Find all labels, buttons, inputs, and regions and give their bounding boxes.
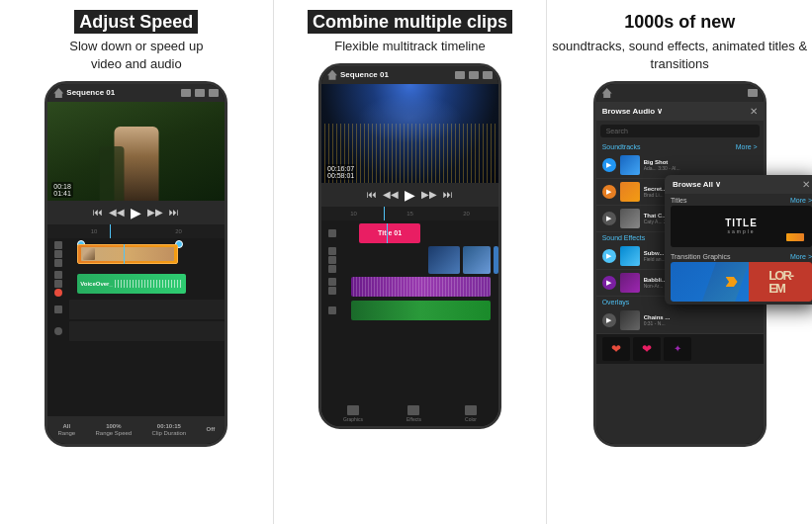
play-subw[interactable]: ▶ xyxy=(602,249,616,263)
undo-icon[interactable] xyxy=(181,89,191,97)
mic-icon[interactable] xyxy=(54,327,62,335)
timeline-tracks-1[interactable]: VoiceOver_ xyxy=(47,238,225,416)
broll-clip-1[interactable] xyxy=(428,246,459,274)
seq-name-2: Sequence 01 xyxy=(340,70,389,79)
color-nav[interactable]: Color xyxy=(465,405,477,422)
transition-section-header: Transition Graphics More > xyxy=(671,253,812,260)
title-track-content[interactable]: Title 01 xyxy=(343,223,498,243)
broll-clip-3[interactable] xyxy=(494,246,498,274)
browse-audio-header: Browse Audio ∨ ✕ xyxy=(596,102,764,121)
audio-clip-label: VoiceOver_ xyxy=(80,281,113,287)
prev-frame-btn[interactable]: ◀◀ xyxy=(109,207,125,218)
play-secret[interactable]: ▶ xyxy=(602,185,616,199)
topbar-icons-1 xyxy=(181,89,219,97)
section-subtitle-2: Flexible multitrack timeline xyxy=(282,38,539,55)
star-overlay[interactable]: ✦ xyxy=(664,337,691,361)
soundtracks-more[interactable]: More > xyxy=(736,143,758,150)
eye-icon[interactable] xyxy=(54,259,62,267)
play-thatc[interactable]: ▶ xyxy=(602,212,616,225)
next-frame-btn[interactable]: ▶▶ xyxy=(147,207,163,218)
audio-track-content-1[interactable]: VoiceOver_ xyxy=(69,274,225,294)
video-track-1 xyxy=(47,240,225,268)
next-frame-btn-2[interactable]: ▶▶ xyxy=(421,189,437,200)
share-icon-2[interactable] xyxy=(469,71,479,79)
browse-audio-title[interactable]: Browse Audio ∨ xyxy=(602,107,664,116)
record-icon[interactable] xyxy=(54,289,62,297)
browse-all-title[interactable]: Browse All ∨ xyxy=(673,180,721,189)
video-clip-speed[interactable] xyxy=(77,244,178,264)
purple-clip[interactable] xyxy=(351,277,491,297)
green-clip[interactable] xyxy=(351,301,491,320)
heart-overlay-2[interactable]: ❤ xyxy=(633,337,661,361)
video-time-1: 00:18 01:41 xyxy=(51,182,73,198)
audio-item-chains[interactable]: ▶ Chains ... 0:31 - N... xyxy=(596,307,764,334)
titles-more[interactable]: More > xyxy=(790,197,812,204)
lock-icon-a[interactable] xyxy=(54,271,62,279)
phone-bottom-2: Graphics Effects Color xyxy=(321,401,498,426)
broll-clip-2[interactable] xyxy=(463,246,491,274)
volume-icon-p[interactable] xyxy=(328,287,336,295)
lock-icon-p[interactable] xyxy=(328,278,336,286)
graphics-icon[interactable] xyxy=(347,405,359,415)
effects-nav[interactable]: Effects xyxy=(406,405,421,422)
video-preview-2: 00:16:07 00:58:01 xyxy=(321,84,498,183)
video-track-content-1[interactable] xyxy=(69,244,225,264)
section-title-3: 1000s of new xyxy=(551,12,808,34)
lock-icon-t[interactable] xyxy=(328,229,336,237)
browse-close-btn[interactable]: ✕ xyxy=(750,106,758,117)
lock-icon-3[interactable] xyxy=(54,306,62,313)
lock-icon-g[interactable] xyxy=(328,306,336,314)
share-icon[interactable] xyxy=(195,89,205,97)
undo-icon-3[interactable] xyxy=(748,89,758,97)
volume-icon[interactable] xyxy=(54,250,62,258)
skip-end-btn-2[interactable]: ⏭ xyxy=(443,189,453,200)
phone-topbar-3 xyxy=(596,84,764,102)
eye-icon-b[interactable] xyxy=(328,265,336,273)
timeline-tracks-2[interactable]: Title 01 xyxy=(321,220,498,401)
duration-item[interactable]: 00:10:15 Clip Duration xyxy=(152,423,187,436)
play-bigshot[interactable]: ▶ xyxy=(602,158,616,172)
video-preview-1: 00:18 01:41 xyxy=(47,102,225,201)
purple-track-content[interactable] xyxy=(343,277,498,297)
green-track-content[interactable] xyxy=(343,301,498,320)
play-chains[interactable]: ▶ xyxy=(602,313,616,327)
transition-more[interactable]: More > xyxy=(790,253,812,260)
range-item[interactable]: All Range xyxy=(57,423,75,436)
section-subtitle-1: Slow down or speed up video and audio xyxy=(8,38,265,73)
broll-track xyxy=(321,246,498,274)
graphics-nav[interactable]: Graphics xyxy=(343,405,363,422)
topbar-icons-2 xyxy=(455,71,493,79)
skip-start-btn-2[interactable]: ⏮ xyxy=(367,189,377,200)
browse-all-close[interactable]: ✕ xyxy=(802,179,810,190)
heart-overlay-1[interactable]: ❤ xyxy=(602,337,630,361)
seq-name-1: Sequence 01 xyxy=(66,88,115,97)
color-icon[interactable] xyxy=(465,405,477,415)
skip-start-btn[interactable]: ⏮ xyxy=(93,207,103,218)
play-babbli[interactable]: ▶ xyxy=(602,276,616,290)
play-btn[interactable]: ▶ xyxy=(131,205,141,220)
title-clip[interactable]: Title 01 xyxy=(359,223,421,243)
play-btn-2[interactable]: ▶ xyxy=(405,187,415,203)
effects-icon[interactable] xyxy=(407,405,419,415)
timeline-ruler-1: 10 20 xyxy=(47,224,225,238)
secret-thumb xyxy=(620,182,640,202)
menu-icon-2[interactable] xyxy=(483,71,493,79)
audio-clip-voiceover[interactable]: VoiceOver_ xyxy=(77,274,186,294)
browse-all-overlay[interactable]: Browse All ∨ ✕ Titles More > TITLE sampl… xyxy=(665,175,812,305)
prev-frame-btn-2[interactable]: ◀◀ xyxy=(383,189,399,200)
menu-icon[interactable] xyxy=(209,89,219,97)
volume-icon-b[interactable] xyxy=(328,256,336,264)
section-adjust-speed: Adjust Speed Slow down or speed up video… xyxy=(0,0,274,524)
volume-icon-a[interactable] xyxy=(54,280,62,288)
color-label: Color xyxy=(465,416,477,422)
speed-item[interactable]: 100% Range Speed xyxy=(95,423,132,436)
lock-icon[interactable] xyxy=(54,241,62,249)
undo-icon-2[interactable] xyxy=(455,71,465,79)
off-item[interactable]: Off xyxy=(207,426,216,433)
phone-wrapper-1: Sequence 01 00:18 xyxy=(8,81,265,516)
broll-track-content[interactable] xyxy=(343,246,498,274)
lock-icon-b[interactable] xyxy=(328,247,336,255)
bigshot-thumb xyxy=(620,155,640,175)
search-bar[interactable]: Search xyxy=(600,125,760,137)
skip-end-btn[interactable]: ⏭ xyxy=(169,207,179,218)
